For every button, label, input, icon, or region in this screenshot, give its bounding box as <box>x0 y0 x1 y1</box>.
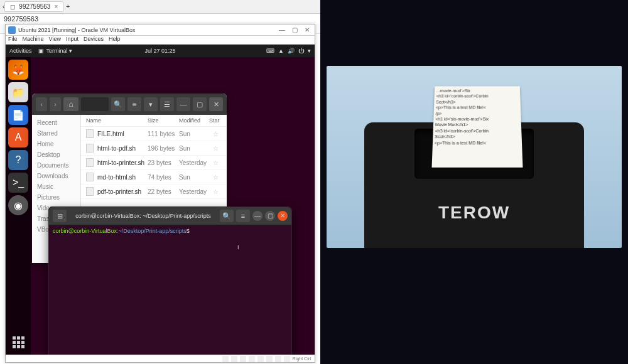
search-icon[interactable]: 🔍 <box>111 97 125 111</box>
power-icon: ⏻ <box>298 48 304 54</box>
hamburger-icon[interactable]: ☰ <box>160 97 174 111</box>
sidebar-item-documents[interactable]: Documents <box>32 160 80 171</box>
file-icon <box>86 129 94 138</box>
vbox-title-text: Ubuntu 2021 [Running] - Oracle VM Virtua… <box>18 27 135 33</box>
column-headers: Name Size Modified Star <box>81 115 227 127</box>
prompt-symbol: $ <box>187 228 190 234</box>
terminal-title: corbin@corbin-VirtualBox: ~/Desktop/Prin… <box>69 213 217 219</box>
col-modified[interactable]: Modified <box>179 117 209 124</box>
minimize-icon[interactable]: — <box>277 26 287 33</box>
disc-launcher[interactable]: ◉ <box>8 195 28 215</box>
file-row[interactable]: FILE.html111 bytesSun☆ <box>81 127 227 141</box>
printer-photo: ...movie-mod'>Six <h3 id='corbin-scot'>C… <box>327 66 622 248</box>
col-name[interactable]: Name <box>86 117 148 124</box>
status-icon <box>240 356 246 362</box>
text-cursor: I <box>237 244 239 250</box>
sidebar-item-downloads[interactable]: Downloads <box>32 171 80 181</box>
menu-view[interactable]: View <box>49 36 61 44</box>
clock[interactable]: Jul 27 01:25 <box>144 48 175 54</box>
vbox-statusbar: Right Ctrl <box>6 355 315 362</box>
new-tab-icon[interactable]: ⊞ <box>53 210 67 222</box>
search-icon[interactable]: 🔍 <box>220 210 234 222</box>
sidebar-item-pictures[interactable]: Pictures <box>32 192 80 203</box>
back-button[interactable]: ‹ <box>36 97 47 111</box>
tab-label: 992759563 <box>19 3 50 10</box>
camera-feed: ...movie-mod'>Six <h3 id='corbin-scot'>C… <box>320 0 628 364</box>
terminal-headerbar: ⊞ corbin@corbin-VirtualBox: ~/Desktop/Pr… <box>49 207 291 225</box>
software-launcher[interactable]: A <box>8 127 28 147</box>
keyboard-icon: ⌨ <box>266 48 274 54</box>
sidebar-item-desktop[interactable]: Desktop <box>32 149 80 160</box>
view-dropdown-icon[interactable]: ▾ <box>144 97 158 111</box>
terminal-body[interactable]: corbin@corbin-VirtualBox:~/Desktop/Print… <box>49 225 291 355</box>
minimize-button[interactable]: — <box>252 211 263 221</box>
status-icon <box>231 356 237 362</box>
volume-icon: 🔊 <box>288 48 295 54</box>
writer-launcher[interactable]: 📄 <box>8 105 28 125</box>
sidebar-item-home[interactable]: Home <box>32 139 80 149</box>
tab-icon: ◻ <box>10 3 15 10</box>
prompt-user: corbin@corbin-VirtualBox <box>53 228 117 234</box>
file-row[interactable]: md-to-html.sh74 bytesSun☆ <box>81 170 227 185</box>
close-icon[interactable]: ✕ <box>302 26 312 33</box>
browser-tab[interactable]: ◻ 992759563 × <box>4 1 63 12</box>
col-size[interactable]: Size <box>148 117 179 124</box>
firefox-launcher[interactable]: 🦊 <box>8 60 28 80</box>
minimize-button[interactable]: — <box>176 97 190 111</box>
host-key-label: Right Ctrl <box>293 356 311 361</box>
status-icon <box>284 356 290 362</box>
forward-button[interactable]: › <box>50 97 61 111</box>
status-icon <box>257 356 264 362</box>
prompt-path: :~/Desktop/Print-app/scripts <box>117 228 187 234</box>
status-icon <box>275 356 281 362</box>
maximize-button[interactable]: ▢ <box>265 211 275 221</box>
home-path-button[interactable]: ⌂ <box>63 97 78 111</box>
sidebar-item-recent[interactable]: Recent <box>32 117 80 128</box>
printer-brand: TEROW <box>364 203 584 223</box>
files-launcher[interactable]: 📁 <box>8 82 28 102</box>
menu-machine[interactable]: Machine <box>23 36 44 44</box>
status-icon <box>222 356 229 362</box>
path-bar[interactable] <box>81 97 109 111</box>
menu-help[interactable]: Help <box>109 36 121 44</box>
launcher-dock: 🦊 📁 📄 A ? >_ ◉ <box>6 57 31 355</box>
terminal-launcher[interactable]: >_ <box>8 173 28 193</box>
close-tab-icon[interactable]: × <box>54 3 58 10</box>
sidebar-item-starred[interactable]: Starred <box>32 128 80 139</box>
file-row[interactable]: pdf-to-printer.sh22 bytesYesterday☆ <box>81 185 227 199</box>
menu-file[interactable]: File <box>8 36 18 44</box>
app-menu[interactable]: ▣ Terminal ▾ <box>38 48 73 54</box>
maximize-button[interactable]: ▢ <box>193 97 207 111</box>
maximize-icon[interactable]: ▢ <box>290 26 300 33</box>
file-icon <box>86 144 94 153</box>
hamburger-icon[interactable]: ≡ <box>236 210 250 222</box>
new-tab-button[interactable]: + <box>66 3 70 10</box>
url-bar[interactable]: 992759563 <box>0 14 320 24</box>
files-headerbar: ‹ › ⌂ 🔍 ≡ ▾ ☰ — ▢ ✕ <box>32 94 227 115</box>
system-tray[interactable]: ⌨ ▲ 🔊 ⏻ ▾ <box>266 48 311 54</box>
ubuntu-desktop: Activities ▣ Terminal ▾ Jul 27 01:25 ⌨ ▲… <box>6 45 315 355</box>
activities-button[interactable]: Activities <box>9 48 32 54</box>
terminal-window: ⊞ corbin@corbin-VirtualBox: ~/Desktop/Pr… <box>48 206 292 355</box>
receipt-paper: ...movie-mod'>Six <h3 id='corbin-scot'>C… <box>432 86 523 167</box>
virtualbox-window: Ubuntu 2021 [Running] - Oracle VM Virtua… <box>5 24 315 363</box>
apps-button[interactable] <box>8 332 28 352</box>
menu-devices[interactable]: Devices <box>84 36 104 44</box>
chevron-down-icon: ▾ <box>308 48 311 54</box>
close-button[interactable]: ✕ <box>278 211 288 221</box>
col-star[interactable]: Star <box>209 117 222 124</box>
file-row[interactable]: html-to-pdf.sh196 bytesSun☆ <box>81 141 227 156</box>
menu-input[interactable]: Input <box>66 36 78 44</box>
file-row[interactable]: html-to-printer.sh23 bytesYesterday☆ <box>81 156 227 170</box>
network-icon: ▲ <box>278 48 284 54</box>
view-list-icon[interactable]: ≡ <box>127 97 141 111</box>
close-button[interactable]: ✕ <box>209 97 223 111</box>
terminal-icon: ▣ <box>38 48 44 54</box>
vbox-titlebar[interactable]: Ubuntu 2021 [Running] - Oracle VM Virtua… <box>6 24 315 36</box>
help-launcher[interactable]: ? <box>8 150 28 170</box>
gnome-topbar: Activities ▣ Terminal ▾ Jul 27 01:25 ⌨ ▲… <box>6 45 315 57</box>
thermal-printer: ...movie-mod'>Six <h3 id='corbin-scot'>C… <box>364 122 584 248</box>
status-icon <box>266 356 273 362</box>
sidebar-item-music[interactable]: Music <box>32 181 80 192</box>
file-icon <box>86 187 94 196</box>
